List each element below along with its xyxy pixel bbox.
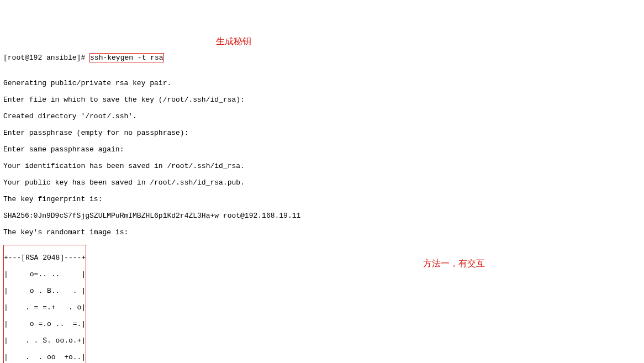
output-line: Your identification has been saved in /r…	[3, 162, 641, 170]
prompt-line-1: [root@192 ansible]# ssh-keygen -t rsa	[3, 53, 641, 62]
output-line: Enter file in which to save the key (/ro…	[3, 96, 641, 104]
output-line: Created directory '/root/.ssh'.	[3, 112, 641, 120]
output-line: Enter passphrase (empty for no passphras…	[3, 129, 641, 137]
output-line: Generating public/private rsa key pair.	[3, 79, 641, 87]
output-line: Your public key has been saved in /root/…	[3, 178, 641, 187]
randomart-line: | o=.. .. |	[4, 270, 86, 278]
cmd-ssh-keygen[interactable]: ssh-keygen -t rsa	[89, 53, 164, 62]
output-line: SHA256:0Jn9D9cS7fSjgSZULMPuRmIMBZHL6p1Kd…	[3, 212, 641, 220]
randomart-line: | o =.o .. =.|	[4, 320, 86, 328]
randomart-line: +---[RSA 2048]----+	[4, 254, 86, 262]
randomart-box: +---[RSA 2048]----+ | o=.. .. | | o . B.…	[3, 245, 86, 363]
annotation-gen-key: 生成秘钥	[216, 37, 251, 45]
output-line: Enter same passphrase again:	[3, 145, 641, 154]
output-line: The key fingerprint is:	[3, 195, 641, 203]
randomart-line: | . = =.+ . o|	[4, 303, 86, 312]
randomart-line: | . . S. oo.o.+|	[4, 336, 86, 345]
output-line: The key's randomart image is:	[3, 228, 641, 236]
randomart-line: | o . B.. . |	[4, 287, 86, 295]
annotation-method-1: 方法一，有交互	[423, 259, 485, 267]
randomart-line: | . . oo +o..|	[4, 353, 86, 361]
shell-prompt: [root@192 ansible]#	[3, 54, 89, 62]
